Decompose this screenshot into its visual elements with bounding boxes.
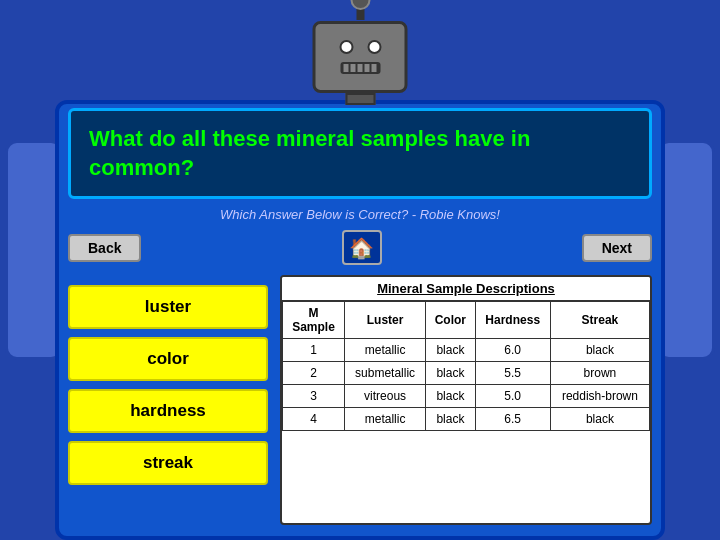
cell-sample: 4 <box>283 408 345 431</box>
mouth-bar-3 <box>357 64 362 72</box>
table-title: Mineral Sample Descriptions <box>282 277 650 301</box>
cell-color: black <box>426 362 475 385</box>
table-row: 1 metallic black 6.0 black <box>283 339 650 362</box>
col-luster: Luster <box>344 302 425 339</box>
robot-neck <box>345 93 375 105</box>
col-streak: Streak <box>550 302 649 339</box>
robot-mouth <box>340 62 380 74</box>
answer-luster[interactable]: luster <box>68 285 268 329</box>
cell-hardness: 6.5 <box>475 408 550 431</box>
cell-hardness: 5.0 <box>475 385 550 408</box>
cell-hardness: 6.0 <box>475 339 550 362</box>
col-color: Color <box>426 302 475 339</box>
nav-row: Back 🏠 Next <box>68 230 652 265</box>
cell-streak: reddish-brown <box>550 385 649 408</box>
answer-color[interactable]: color <box>68 337 268 381</box>
robot-head <box>313 0 408 105</box>
answers-column: luster color hardness streak <box>68 275 268 525</box>
robot-eye-right <box>367 40 381 54</box>
robot-arm-right <box>657 140 715 360</box>
mouth-bar-4 <box>364 64 369 72</box>
mineral-table-container: Mineral Sample Descriptions MSample Lust… <box>280 275 652 525</box>
robot-antenna <box>356 0 364 20</box>
cell-luster: vitreous <box>344 385 425 408</box>
mineral-table: MSample Luster Color Hardness Streak 1 m… <box>282 301 650 431</box>
cell-luster: metallic <box>344 408 425 431</box>
robot-eyes <box>339 40 381 54</box>
cell-streak: brown <box>550 362 649 385</box>
answer-streak[interactable]: streak <box>68 441 268 485</box>
next-button[interactable]: Next <box>582 234 652 262</box>
content-row: luster color hardness streak Mineral Sam… <box>68 275 652 525</box>
mouth-bar-2 <box>351 64 356 72</box>
cell-color: black <box>426 385 475 408</box>
answer-hardness[interactable]: hardness <box>68 389 268 433</box>
col-sample: MSample <box>283 302 345 339</box>
table-row: 2 submetallic black 5.5 brown <box>283 362 650 385</box>
back-button[interactable]: Back <box>68 234 141 262</box>
table-row: 4 metallic black 6.5 black <box>283 408 650 431</box>
table-row: 3 vitreous black 5.0 reddish-brown <box>283 385 650 408</box>
cell-streak: black <box>550 339 649 362</box>
cell-color: black <box>426 339 475 362</box>
robot-head-box <box>313 21 408 93</box>
subtitle: Which Answer Below is Correct? - Robie K… <box>68 207 652 222</box>
col-hardness: Hardness <box>475 302 550 339</box>
content-wrapper: What do all these mineral samples have i… <box>68 108 652 525</box>
cell-hardness: 5.5 <box>475 362 550 385</box>
cell-sample: 1 <box>283 339 345 362</box>
question-box: What do all these mineral samples have i… <box>68 108 652 199</box>
cell-sample: 2 <box>283 362 345 385</box>
cell-streak: black <box>550 408 649 431</box>
home-button[interactable]: 🏠 <box>342 230 382 265</box>
mouth-bar-1 <box>344 64 349 72</box>
home-icon: 🏠 <box>349 236 374 260</box>
cell-luster: metallic <box>344 339 425 362</box>
question-text: What do all these mineral samples have i… <box>89 125 631 182</box>
cell-luster: submetallic <box>344 362 425 385</box>
robot-eye-left <box>339 40 353 54</box>
mouth-bar-5 <box>371 64 376 72</box>
cell-sample: 3 <box>283 385 345 408</box>
app-container: What do all these mineral samples have i… <box>0 0 720 540</box>
antenna-ball <box>350 0 370 10</box>
cell-color: black <box>426 408 475 431</box>
